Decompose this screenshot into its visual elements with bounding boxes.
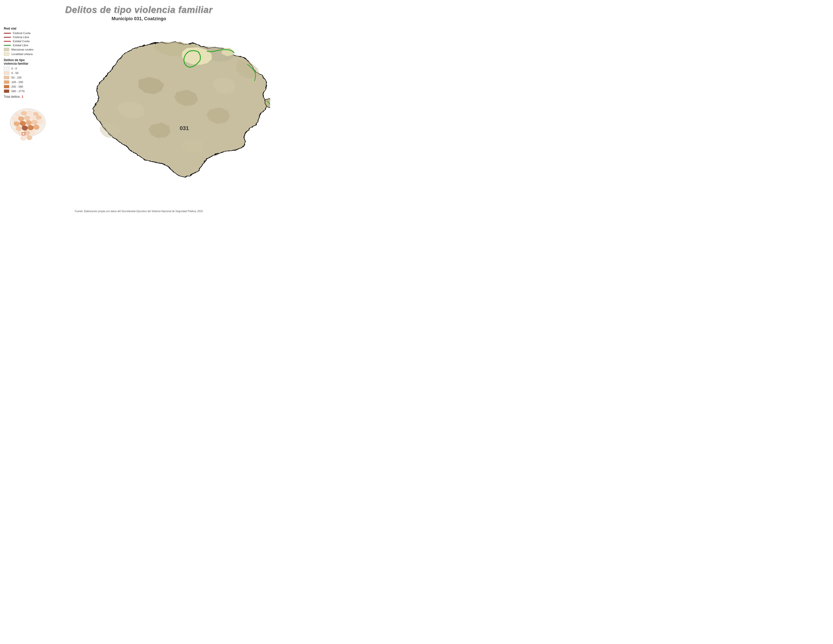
legend-manzanas-rurales: Manzanas rurales <box>4 48 52 51</box>
legend-federal-libre: Federal Libre <box>4 35 52 39</box>
range-1-label: 0 - 50 <box>11 71 18 74</box>
localidad-urbana-swatch <box>4 52 9 56</box>
manzanas-rurales-swatch <box>4 48 9 51</box>
federal-cuota-line <box>4 33 11 34</box>
legend-range-3: 100 - 200 <box>4 80 52 84</box>
range-5-label: 580 - 2776 <box>11 90 25 93</box>
range-4-label: 200 - 580 <box>11 85 23 88</box>
main-map-svg: 031 <box>63 29 270 211</box>
footer-text: Fuente: Elaboración propia con datos del… <box>0 210 278 213</box>
estatal-cuota-line <box>4 41 11 42</box>
range-2-swatch <box>4 76 9 79</box>
localidad-urbana-label: Localidad urbana <box>11 53 32 56</box>
range-0-swatch <box>4 67 9 70</box>
red-vial-title: Red vial <box>4 27 52 30</box>
municipality-id-label: 031 <box>180 125 189 131</box>
total-delitos-label: Total delitos: <box>4 95 21 98</box>
legend-federal-cuota: Federal Cuota <box>4 32 52 35</box>
estatal-cuota-label: Estatal Cuota <box>13 40 29 43</box>
estatal-libre-label: Estatal Libre <box>13 44 28 47</box>
legend-range-4: 200 - 580 <box>4 85 52 89</box>
legend-range-0: 0 - 0 <box>4 67 52 70</box>
legend-range-1: 0 - 50 <box>4 71 52 75</box>
legend-estatal-libre: Estatal Libre <box>4 44 52 47</box>
legend-range-2: 50 - 100 <box>4 76 52 79</box>
federal-libre-label: Federal Libre <box>13 35 29 39</box>
page-subtitle: Municipio 031, Coatzingo <box>0 16 278 21</box>
total-delitos-row: Total delitos: 1 <box>4 95 52 98</box>
federal-cuota-label: Federal Cuota <box>13 32 31 35</box>
federal-libre-line <box>4 37 11 38</box>
range-0-label: 0 - 0 <box>11 67 17 70</box>
legend-range-5: 580 - 2776 <box>4 89 52 93</box>
mini-map <box>4 102 52 153</box>
manzanas-rurales-label: Manzanas rurales <box>11 48 33 51</box>
mini-map-svg <box>4 102 52 153</box>
legend-localidad-urbana: Localidad urbana <box>4 52 52 56</box>
range-2-label: 50 - 100 <box>11 76 21 79</box>
range-4-swatch <box>4 85 9 89</box>
main-map-area: 031 <box>56 24 278 215</box>
range-3-swatch <box>4 80 9 84</box>
estatal-libre-line <box>4 45 11 46</box>
range-1-swatch <box>4 71 9 75</box>
page-title: Delitos de tipo violencia familiar <box>0 0 278 15</box>
legend-estatal-cuota: Estatal Cuota <box>4 40 52 43</box>
legend-panel: Red vial Federal Cuota Federal Libre Est… <box>0 24 56 215</box>
range-3-label: 100 - 200 <box>11 80 23 84</box>
range-5-swatch <box>4 89 9 93</box>
delitos-title: Delitos de tipoviolencia familiar <box>4 58 52 65</box>
total-delitos-value: 1 <box>22 95 24 98</box>
